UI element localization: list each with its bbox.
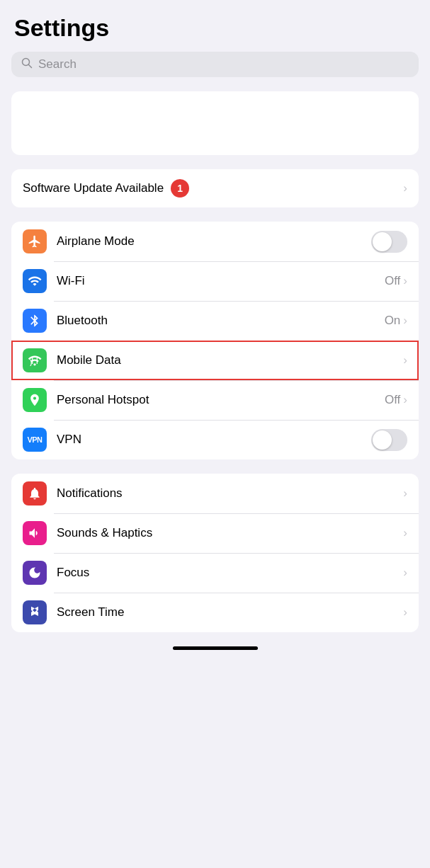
software-update-card[interactable]: Software Update Available 1 ›	[11, 169, 419, 207]
account-card[interactable]	[11, 91, 419, 155]
settings-row-vpn[interactable]: VPN VPN	[11, 420, 419, 459]
settings-row-wifi[interactable]: Wi-Fi Off ›	[11, 261, 419, 301]
mobile-data-icon-wrap: )	[23, 348, 47, 372]
settings-row-sounds-haptics[interactable]: Sounds & Haptics ›	[11, 513, 419, 553]
bluetooth-label: Bluetooth	[57, 314, 385, 328]
search-placeholder: Search	[38, 57, 77, 72]
mobile-data-label: Mobile Data	[57, 353, 403, 367]
personal-hotspot-icon-wrap	[23, 388, 47, 412]
airplane-mode-label: Airplane Mode	[57, 234, 371, 249]
search-icon	[21, 57, 33, 72]
notifications-chevron-icon: ›	[403, 486, 407, 501]
home-indicator	[173, 646, 258, 650]
bluetooth-icon-wrap	[23, 309, 47, 333]
focus-icon-wrap	[23, 561, 47, 585]
focus-chevron-icon: ›	[403, 566, 407, 580]
vpn-text-icon: VPN	[27, 435, 42, 444]
mobile-data-chevron-icon: ›	[403, 353, 407, 367]
wifi-label: Wi-Fi	[57, 274, 385, 288]
vpn-icon-wrap: VPN	[23, 428, 47, 452]
focus-label: Focus	[57, 566, 403, 580]
software-update-label: Software Update Available	[23, 181, 164, 195]
settings-row-screen-time[interactable]: Screen Time ›	[11, 593, 419, 632]
bluetooth-chevron-icon: ›	[403, 314, 407, 328]
search-bar[interactable]: Search	[11, 52, 419, 77]
screen-time-chevron-icon: ›	[403, 605, 407, 619]
settings-page: Settings Search Software Update Availabl…	[0, 0, 430, 678]
software-update-badge: 1	[171, 179, 189, 198]
settings-row-airplane-mode[interactable]: Airplane Mode	[11, 222, 419, 261]
notifications-icon-wrap	[23, 481, 47, 506]
vpn-label: VPN	[57, 433, 371, 447]
software-update-left: Software Update Available 1	[23, 179, 189, 198]
system-group: Notifications › Sounds & Haptics › Focus…	[11, 474, 419, 632]
settings-row-notifications[interactable]: Notifications ›	[11, 474, 419, 513]
airplane-mode-toggle[interactable]	[371, 231, 407, 253]
sounds-haptics-chevron-icon: ›	[403, 526, 407, 540]
settings-row-mobile-data[interactable]: ) Mobile Data ›	[11, 341, 419, 380]
page-title: Settings	[11, 14, 419, 42]
settings-row-personal-hotspot[interactable]: Personal Hotspot Off ›	[11, 380, 419, 420]
wifi-icon-wrap	[23, 269, 47, 293]
bluetooth-value: On	[385, 314, 401, 328]
notifications-label: Notifications	[57, 486, 403, 501]
settings-row-focus[interactable]: Focus ›	[11, 553, 419, 593]
settings-row-bluetooth[interactable]: Bluetooth On ›	[11, 301, 419, 341]
personal-hotspot-value: Off	[385, 393, 400, 407]
airplane-mode-icon	[23, 229, 47, 253]
personal-hotspot-chevron-icon: ›	[403, 393, 407, 407]
svg-point-2	[33, 363, 35, 365]
sounds-haptics-label: Sounds & Haptics	[57, 526, 403, 540]
software-update-row[interactable]: Software Update Available 1 ›	[11, 169, 419, 207]
svg-text:): )	[30, 359, 32, 366]
svg-line-1	[29, 65, 32, 68]
connectivity-group: Airplane Mode Wi-Fi Off › Bluetooth On	[11, 222, 419, 459]
screen-time-label: Screen Time	[57, 605, 403, 619]
sounds-haptics-icon-wrap	[23, 521, 47, 545]
vpn-toggle[interactable]	[371, 429, 407, 451]
wifi-value: Off	[385, 274, 400, 288]
wifi-chevron-icon: ›	[403, 274, 407, 288]
screen-time-icon-wrap	[23, 600, 47, 624]
software-update-chevron-icon: ›	[403, 181, 407, 195]
personal-hotspot-label: Personal Hotspot	[57, 393, 385, 407]
